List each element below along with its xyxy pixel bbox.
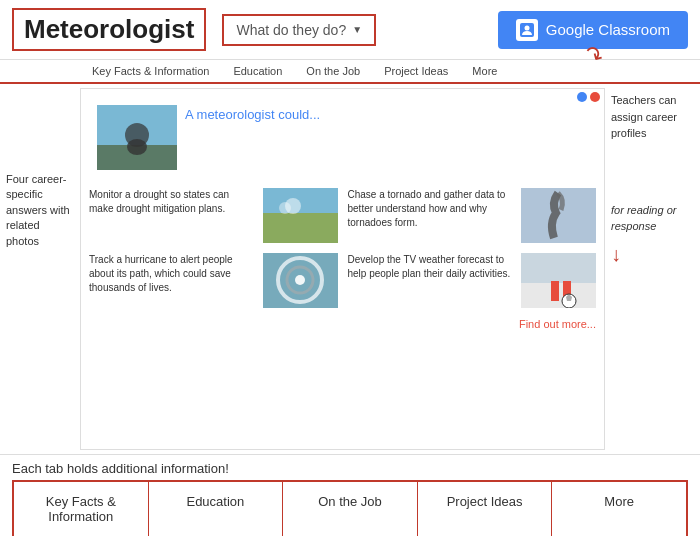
bottom-section: Each tab holds additional information! K… <box>0 454 700 536</box>
career-grid: Monitor a drought so states can make dro… <box>81 182 604 314</box>
top-content-row: A meteorologist could... <box>81 105 604 182</box>
google-classroom-label: Google Classroom <box>546 21 670 38</box>
find-out-more-link[interactable]: Find out more... <box>81 314 604 334</box>
left-annotations: Four career-specific answers with relate… <box>0 84 80 454</box>
career-text-hurricane: Track a hurricane to alert people about … <box>89 253 255 295</box>
career-item-drought: Monitor a drought so states can make dro… <box>89 188 338 243</box>
svg-rect-17 <box>551 281 559 301</box>
dot-red[interactable] <box>590 92 600 102</box>
career-image-hurricane <box>263 253 338 308</box>
tab-more[interactable]: More <box>460 60 509 82</box>
meteorologist-hero-image <box>97 105 177 170</box>
svg-point-1 <box>524 25 529 30</box>
career-item-weather-forecast: Develop the TV weather forecast to help … <box>348 253 597 308</box>
content-topbar <box>81 89 604 105</box>
what-do-they-do-dropdown[interactable]: What do they do? <box>222 14 376 46</box>
career-item-tornado: Chase a tornado and gather data to bette… <box>348 188 597 243</box>
four-career-annotation: Four career-specific answers with relate… <box>6 172 74 249</box>
career-image-drought <box>263 188 338 243</box>
svg-rect-15 <box>521 253 596 283</box>
svg-point-5 <box>127 139 147 155</box>
career-image-tornado <box>521 188 596 243</box>
bottom-tab-education[interactable]: Education <box>149 482 284 536</box>
career-text-tornado: Chase a tornado and gather data to bette… <box>348 188 514 230</box>
right-annotations: Teachers can assign career profiles for … <box>605 84 700 454</box>
dot-blue[interactable] <box>577 92 587 102</box>
svg-rect-6 <box>263 188 338 213</box>
career-text-weather-forecast: Develop the TV weather forecast to help … <box>348 253 514 281</box>
career-item-hurricane: Track a hurricane to alert people about … <box>89 253 338 308</box>
arrow-down-annotation: ↓ <box>611 239 694 269</box>
google-classroom-icon <box>516 19 538 41</box>
career-text-drought: Monitor a drought so states can make dro… <box>89 188 255 216</box>
bottom-tab-on-the-job[interactable]: On the Job <box>283 482 418 536</box>
main-wrapper: Four career-specific answers with relate… <box>0 84 700 454</box>
svg-point-9 <box>279 202 291 214</box>
bottom-tabs: Key Facts & Information Education On the… <box>12 480 688 536</box>
main-content-panel: A meteorologist could... Monitor a droug… <box>80 88 605 450</box>
page-title: Meteorologist <box>12 8 206 51</box>
content-heading: A meteorologist could... <box>185 105 320 123</box>
tab-key-facts[interactable]: Key Facts & Information <box>80 60 221 82</box>
bottom-tab-more[interactable]: More <box>552 482 686 536</box>
svg-rect-7 <box>263 213 338 243</box>
bottom-tab-key-facts[interactable]: Key Facts & Information <box>14 482 149 536</box>
bottom-label: Each tab holds additional information! <box>12 461 688 476</box>
teachers-annotation: Teachers can assign career profiles <box>611 92 694 142</box>
tab-education[interactable]: Education <box>221 60 294 82</box>
bottom-tab-project-ideas[interactable]: Project Ideas <box>418 482 553 536</box>
tab-on-the-job[interactable]: On the Job <box>294 60 372 82</box>
svg-point-14 <box>295 275 305 285</box>
tab-project-ideas[interactable]: Project Ideas <box>372 60 460 82</box>
for-reading-annotation: for reading or response <box>611 202 694 235</box>
career-image-soccer <box>521 253 596 308</box>
